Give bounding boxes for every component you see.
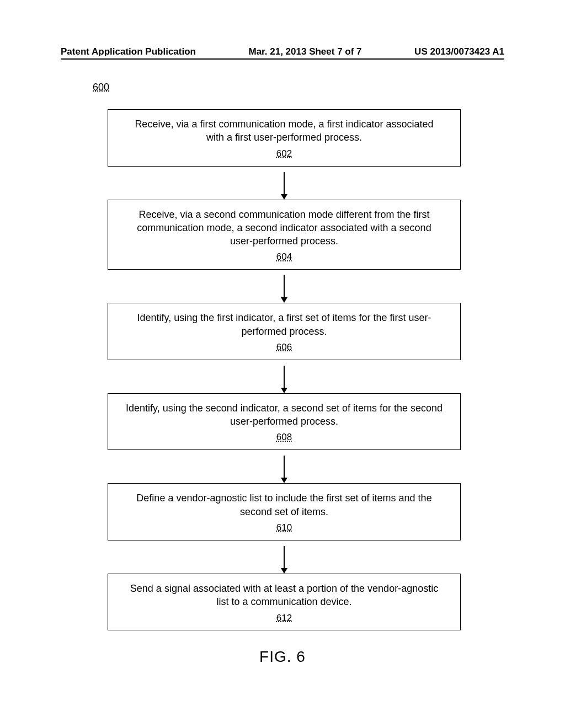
arrow-down-icon (108, 167, 461, 200)
arrow-down-icon (108, 270, 461, 303)
figure-label: FIG. 6 (0, 648, 565, 666)
flow-step-606: Identify, using the first indicator, a f… (108, 303, 461, 360)
flow-step-612: Send a signal associated with at least a… (108, 574, 461, 631)
flow-step-text: Receive, via a first communication mode,… (135, 119, 433, 143)
flow-step-text: Identify, using the second indicator, a … (126, 403, 443, 427)
header-right: US 2013/0073423 A1 (414, 46, 504, 57)
header-center: Mar. 21, 2013 Sheet 7 of 7 (249, 46, 362, 57)
flow-step-text: Define a vendor-agnostic list to include… (136, 493, 431, 517)
flowchart: Receive, via a first communication mode,… (108, 109, 461, 630)
flow-step-602: Receive, via a first communication mode,… (108, 109, 461, 167)
flow-step-id: 606 (126, 341, 443, 354)
flow-step-id: 608 (126, 431, 443, 444)
page-header: Patent Application Publication Mar. 21, … (0, 46, 565, 57)
arrow-down-icon (108, 450, 461, 483)
arrow-down-icon (108, 360, 461, 393)
flow-step-text: Send a signal associated with at least a… (130, 583, 438, 607)
header-left: Patent Application Publication (61, 46, 196, 57)
flow-step-id: 612 (126, 612, 443, 625)
header-rule (61, 58, 504, 60)
flow-step-text: Receive, via a second communication mode… (137, 209, 431, 247)
flow-step-id: 604 (126, 251, 443, 264)
flow-step-604: Receive, via a second communication mode… (108, 200, 461, 270)
arrow-down-icon (108, 540, 461, 574)
flow-step-id: 602 (126, 148, 443, 160)
figure-reference-number: 600 (93, 82, 109, 93)
flow-step-id: 610 (126, 522, 443, 534)
flow-step-610: Define a vendor-agnostic list to include… (108, 483, 461, 540)
flow-step-text: Identify, using the first indicator, a f… (137, 312, 431, 336)
flow-step-608: Identify, using the second indicator, a … (108, 393, 461, 451)
